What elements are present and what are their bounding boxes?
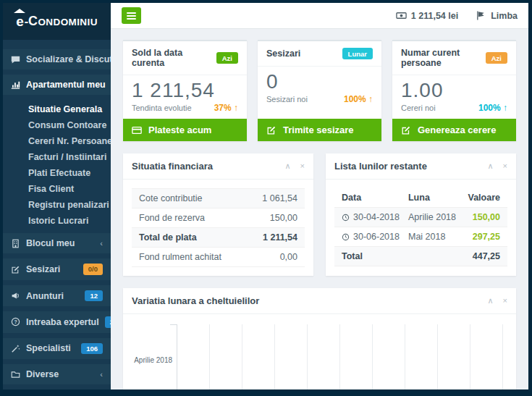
y-axis-line (177, 324, 177, 389)
sidebar-submenu: Situatie Generala Consum Contoare Cereri… (3, 100, 111, 233)
submenu-item-plati-efectuate[interactable]: Plati Efectuate (3, 165, 111, 181)
gridline (339, 324, 340, 389)
brand-e: e (16, 14, 24, 30)
card-persoane: Numar curent persoane Azi 1.00 Cereri no… (392, 40, 516, 141)
gridline (274, 324, 275, 389)
card-sub-label: Cereri noi (401, 104, 436, 112)
table-row-total: Total 447,25 (334, 247, 507, 266)
comment-icon (11, 55, 20, 64)
sidebar-item-label: Blocul meu (26, 238, 75, 248)
chart-panel: Variatia lunara a cheltuielilor ∧ × Apri… (123, 288, 516, 389)
panel-title: Lista lunilor restante (334, 161, 427, 172)
submenu-item-istoric-lucrari[interactable]: Istoric Lucrari (3, 213, 111, 229)
sidebar-toggle-button[interactable] (122, 7, 141, 24)
intreaba-count-badge: 24 (105, 316, 111, 327)
balance-menu-item[interactable]: 1 211,54 lei (396, 10, 458, 21)
app-frame: e-Condominiu Socializare & Discutii Apar… (3, 3, 528, 389)
months-table: Data Luna Valoare 30-04-2018 Aprilie 201… (334, 188, 507, 266)
submenu-item-cereri-nr-persoane[interactable]: Cereri Nr. Persoane (3, 133, 111, 149)
table-row: 30-04-2018 Aprilie 2018 150,00 (334, 208, 507, 227)
page-content: Sold la data curenta Azi 1 211,54 Tendin… (111, 29, 528, 389)
plateste-acum-button[interactable]: Plateste acum (123, 119, 247, 141)
sidebar-item-specialisti[interactable]: Specialisti 106 (3, 338, 111, 359)
card-value: 0 (266, 70, 373, 93)
gridline (372, 324, 373, 389)
anunturi-count-badge: 12 (85, 290, 103, 301)
app-window: e-Condominiu Socializare & Discutii Apar… (0, 0, 532, 396)
table-row: 30-06-2018 Mai 2018 297,25 (334, 227, 507, 247)
building-icon (11, 239, 20, 248)
gridline (209, 324, 210, 389)
gridline (470, 324, 470, 389)
chevron-left-icon: ‹ (100, 370, 103, 379)
sidebar-item-socializare[interactable]: Socializare & Discutii (3, 49, 111, 69)
bar-chart: Aprilie 2018 (132, 314, 507, 389)
brand-logo[interactable]: e-Condominiu (3, 3, 111, 40)
submenu-item-facturi-instiintari[interactable]: Facturi / Instiintari (3, 149, 111, 165)
card-sub-label: Sesizari noi (266, 95, 308, 104)
period-badge: Azi (216, 52, 238, 64)
panel-title: Situatia financiara (132, 161, 213, 172)
trend-value: 37% ↑ (214, 103, 238, 113)
language-label: Limba (491, 11, 518, 21)
sidebar-item-anunturi[interactable]: Anunturi 12 (3, 285, 111, 306)
sidebar-item-diverse[interactable]: Diverse ‹ (3, 364, 111, 384)
magic-wand-icon (11, 344, 20, 353)
gridline (502, 324, 503, 389)
folder-icon (11, 370, 20, 379)
months-panel: Lista lunilor restante ∧ × Data Luna Val… (326, 153, 516, 276)
collapse-icon[interactable]: ∧ (488, 297, 494, 305)
gridline (437, 324, 438, 389)
sidebar-item-blocul-meu[interactable]: Blocul meu ‹ (3, 233, 111, 253)
clock-icon (342, 214, 350, 222)
card-title: Sesizari (266, 49, 300, 59)
announcement-icon (11, 291, 20, 300)
language-menu-item[interactable]: Limba (476, 10, 518, 21)
close-icon[interactable]: × (503, 162, 507, 170)
submenu-item-consum-contoare[interactable]: Consum Contoare (3, 117, 111, 133)
trimite-sesizare-button[interactable]: Trimite sesizare (258, 119, 381, 141)
table-row: Fond rulment achitat0,00 (132, 248, 305, 267)
gridline (242, 324, 242, 389)
trend-value: 100% ↑ (478, 103, 507, 113)
chart-category-label: Aprilie 2018 (132, 356, 172, 364)
period-badge: Azi (486, 52, 507, 64)
submenu-item-registru-penalizari[interactable]: Registru penalizari (3, 197, 111, 213)
credit-card-icon (132, 125, 142, 135)
table-row: Cote contributie1 061,54 (132, 188, 305, 208)
sidebar-item-label: Intreaba expertul (26, 317, 99, 327)
collapse-icon[interactable]: ∧ (488, 162, 494, 170)
table-row-total: Total de plata1 211,54 (132, 228, 305, 248)
chevron-left-icon: ‹ (100, 239, 103, 248)
card-value: 1 211,54 (132, 79, 238, 102)
period-badge: Lunar (342, 48, 373, 59)
sidebar-item-label: Specialisti (26, 343, 71, 353)
balance-value: 1 211,54 lei (411, 11, 458, 21)
close-icon[interactable]: × (300, 162, 305, 170)
question-circle-icon: ? (11, 317, 20, 327)
sidebar-item-sesizari[interactable]: Sesizari 0/0 (3, 258, 111, 279)
sidebar-item-label: Apartamentul meu (26, 80, 106, 90)
pencil-square-icon (266, 125, 276, 135)
genereaza-cerere-button[interactable]: Genereaza cerere (392, 119, 516, 141)
money-icon (396, 10, 407, 21)
flag-icon (476, 10, 486, 21)
close-icon[interactable]: × (503, 297, 507, 305)
sidebar-item-label: Anunturi (26, 291, 64, 301)
clock-icon (342, 233, 350, 241)
financial-panel: Situatia financiara ∧ × Cote contributie… (123, 153, 313, 276)
collapse-icon[interactable]: ∧ (285, 162, 291, 170)
sidebar-item-label: Diverse (26, 369, 59, 379)
pencil-square-icon (401, 125, 411, 135)
sidebar-nav: Socializare & Discutii Apartamentul meu … (3, 40, 111, 389)
sesizari-count-badge: 0/0 (83, 264, 103, 274)
stat-cards-row: Sold la data curenta Azi 1 211,54 Tendin… (123, 40, 516, 141)
sidebar-item-intreaba-expertul[interactable]: ? Intreaba expertul 24 (3, 311, 111, 332)
submenu-item-situatie-generala[interactable]: Situatie Generala (3, 101, 111, 117)
sidebar-item-apartamentul-meu[interactable]: Apartamentul meu ▾ (3, 75, 111, 95)
svg-text:?: ? (14, 319, 17, 324)
axis-tick (170, 324, 177, 325)
submenu-item-fisa-client[interactable]: Fisa Client (3, 181, 111, 197)
gridline (405, 324, 405, 389)
gridline (307, 324, 308, 389)
